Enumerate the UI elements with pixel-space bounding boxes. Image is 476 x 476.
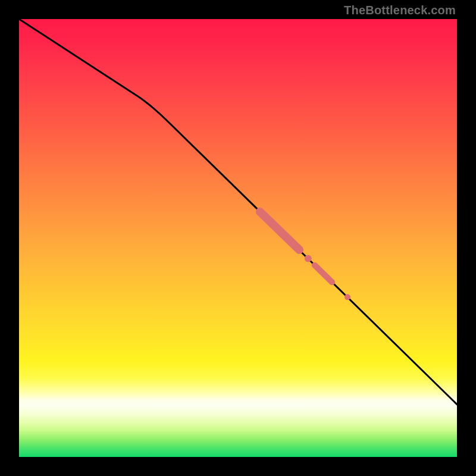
highlight-segment-2 xyxy=(315,265,332,283)
attribution-label: TheBottleneck.com xyxy=(344,4,456,17)
curve-line xyxy=(19,19,457,405)
highlight-segment-1 xyxy=(260,212,299,250)
highlight-dot-1 xyxy=(305,255,312,262)
highlight-dot-2 xyxy=(345,294,350,300)
chart-stage: TheBottleneck.com xyxy=(0,0,476,476)
chart-overlay xyxy=(19,19,457,457)
